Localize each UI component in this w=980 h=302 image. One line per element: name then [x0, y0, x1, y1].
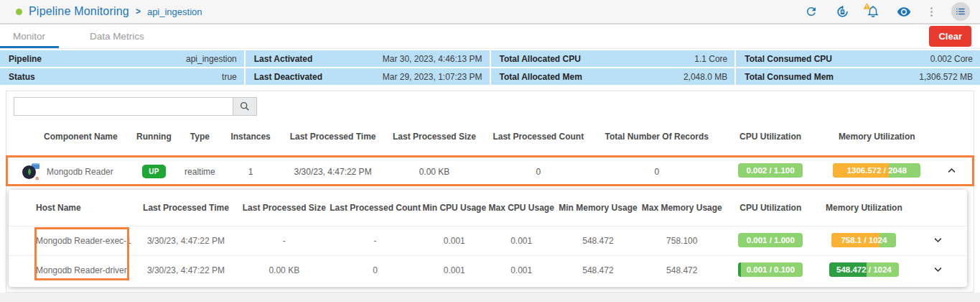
host-last-processed-time: 3/30/23, 4:47:22 PM [134, 265, 239, 275]
summary-cell-total-consumed-mem: Total Consumed Mem 1,306.572 MB [736, 68, 980, 85]
summary-cell-status: Status true [0, 68, 244, 85]
memory-utilization-pill: 1306.572 / 2048 [833, 163, 920, 178]
host-row-exec-1[interactable]: Mongodb Reader-exec-1 3/30/23, 4:47:22 P… [9, 226, 967, 255]
col-max-memory-usage: Max Memory Usage [641, 203, 722, 213]
col-instances: Instances [224, 132, 277, 142]
hosts-table-header: Host Name Last Processed Time Last Proce… [9, 190, 967, 226]
cpu-utilization-pill: 0.002 / 1.100 [738, 163, 803, 178]
pipeline-status-dot [16, 9, 22, 15]
host-min-mem: 548.472 [555, 265, 641, 275]
component-instances: 1 [224, 167, 277, 177]
breadcrumb-separator-icon: > [136, 6, 141, 17]
col-host-last-processed-time: Last Processed Time [134, 203, 239, 213]
host-memory-utilization-pill: 548.472 / 1024 [829, 262, 899, 277]
col-last-processed-count: Last Processed Count [480, 132, 597, 142]
col-host-name: Host Name [9, 203, 134, 213]
expand-row-chevron-down-icon[interactable] [933, 234, 943, 245]
hosts-rows: Mongodb Reader-exec-1 3/30/23, 4:47:22 P… [9, 226, 967, 285]
summary-cell-last-deactivated: Last Deactivated Mar 29, 2023, 1:07:23 P… [246, 68, 490, 85]
active-tab-underline [0, 46, 59, 48]
page-title: Pipeline Monitoring [29, 5, 129, 18]
monitor-card: Component Name Running Type Instances La… [6, 91, 974, 293]
component-name: Mongodb Reader [47, 167, 113, 177]
host-min-mem: 548.472 [555, 236, 641, 246]
more-options-icon[interactable] [928, 4, 935, 19]
refresh-icon[interactable] [804, 4, 818, 19]
host-max-mem: 758.100 [641, 236, 722, 246]
tab-data-metrics[interactable]: Data Metrics [90, 31, 144, 42]
component-last-processed-size: 0.00 KB [388, 167, 480, 177]
pipeline-summary: Pipeline api_ingestion Last Activated Ma… [0, 50, 980, 85]
col-host-cpu-utilization: CPU Utilization [723, 203, 819, 213]
hosts-subtable-card: Host Name Last Processed Time Last Proce… [9, 190, 967, 287]
col-component-name: Component Name [6, 132, 132, 142]
search-button[interactable] [233, 97, 257, 116]
toolbar [804, 2, 970, 21]
col-max-cpu-usage: Max CPU Usage [487, 203, 554, 213]
mini-a-badge: a [36, 175, 39, 181]
warning-triangle-icon [863, 2, 871, 10]
top-header-bar: Pipeline Monitoring > api_ingestion [0, 0, 980, 24]
col-type: Type [176, 132, 224, 142]
running-status-badge: UP [142, 165, 166, 178]
col-last-processed-time: Last Processed Time [277, 132, 388, 142]
col-running: Running [132, 132, 176, 142]
host-max-cpu: 0.001 [487, 236, 554, 246]
list-view-icon[interactable] [951, 2, 970, 21]
tab-monitor[interactable]: Monitor [13, 31, 45, 42]
col-memory-utilization: Memory Utilization [823, 132, 930, 142]
col-host-last-processed-count: Last Processed Count [330, 203, 421, 213]
col-total-records: Total Number Of Records [597, 132, 717, 142]
expand-row-chevron-down-icon[interactable] [933, 264, 943, 275]
summary-cell-pipeline: Pipeline api_ingestion [0, 50, 244, 67]
component-last-processed-time: 3/30/23, 4:47:22 PM [277, 167, 388, 177]
mongodb-component-icon: a [22, 163, 39, 180]
col-min-cpu-usage: Min CPU Usage [421, 203, 487, 213]
host-last-processed-time: 3/30/23, 4:47:22 PM [134, 236, 239, 246]
search-input[interactable] [14, 97, 233, 116]
host-max-mem: 548.472 [641, 265, 722, 275]
page-footer-strip [0, 293, 980, 302]
components-table-header: Component Name Running Type Instances La… [6, 116, 974, 157]
summary-cell-last-activated: Last Activated Mar 30, 2023, 4:46:13 PM [246, 50, 490, 67]
host-name: Mongodb Reader-driver [9, 265, 134, 275]
summary-cell-total-allocated-mem: Total Allocated Mem 2,048.0 MB [491, 68, 735, 85]
component-type: realtime [176, 167, 224, 177]
collapse-row-chevron-up-icon[interactable] [946, 165, 957, 176]
host-memory-utilization-pill: 758.1 / 1024 [831, 233, 896, 247]
host-last-processed-count: - [330, 236, 421, 246]
col-host-memory-utilization: Memory Utilization [818, 203, 910, 213]
host-row-driver[interactable]: Mongodb Reader-driver 3/30/23, 4:47:22 P… [9, 255, 967, 285]
host-max-cpu: 0.001 [487, 265, 554, 275]
component-row-mongodb-reader[interactable]: a Mongodb Reader UP realtime 1 3/30/23, … [6, 157, 974, 185]
breadcrumb-pipeline-name: api_ingestion [147, 6, 202, 17]
notifications-warning-icon[interactable] [866, 4, 880, 19]
host-last-processed-count: 0 [330, 265, 421, 275]
visibility-icon[interactable] [897, 4, 911, 19]
component-row-wrap: a Mongodb Reader UP realtime 1 3/30/23, … [6, 157, 974, 185]
col-min-memory-usage: Min Memory Usage [555, 203, 641, 213]
mongodb-leaf-icon [25, 168, 34, 176]
host-last-processed-size: - [238, 236, 330, 246]
tab-bar: Monitor Data Metrics Clear [0, 24, 980, 49]
host-last-processed-size: 0.00 KB [238, 265, 330, 275]
host-name: Mongodb Reader-exec-1 [9, 236, 134, 246]
host-cpu-utilization-pill: 0.001 / 0.100 [738, 262, 803, 277]
host-min-cpu: 0.001 [421, 265, 487, 275]
host-min-cpu: 0.001 [421, 236, 487, 246]
summary-cell-total-consumed-cpu: Total Consumed CPU 0.002 Core [736, 50, 980, 67]
history-icon[interactable] [835, 4, 849, 19]
col-cpu-utilization: CPU Utilization [717, 132, 823, 142]
component-last-processed-count: 0 [480, 167, 597, 177]
component-total-records: 0 [597, 167, 717, 177]
col-last-processed-size: Last Processed Size [388, 132, 480, 142]
col-host-last-processed-size: Last Processed Size [238, 203, 330, 213]
search-bar [6, 91, 974, 116]
host-cpu-utilization-pill: 0.001 / 1.000 [738, 233, 803, 247]
pipeline-monitoring-page: Pipeline Monitoring > api_ingestion [0, 0, 980, 293]
search-icon [239, 101, 251, 112]
clear-button[interactable]: Clear [929, 26, 971, 47]
summary-cell-total-allocated-cpu: Total Allocated CPU 1.1 Core [491, 50, 735, 67]
